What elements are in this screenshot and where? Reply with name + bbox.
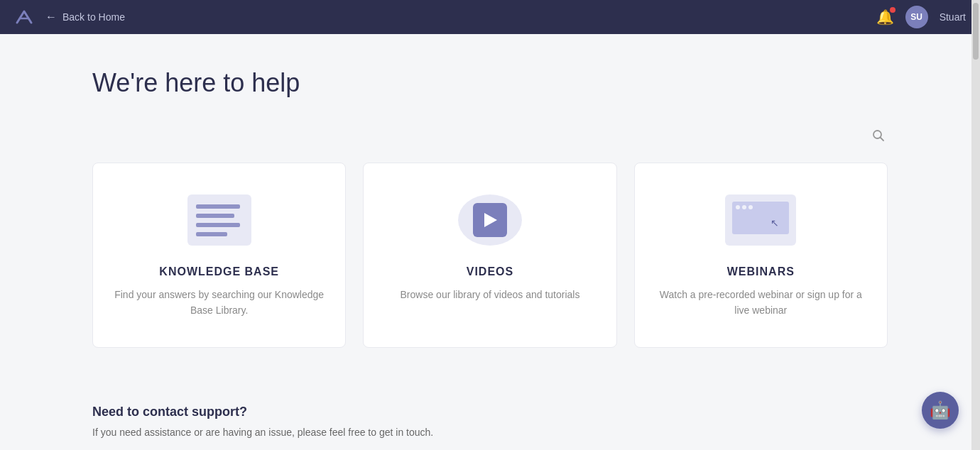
webinars-icon: ↖ <box>722 192 800 248</box>
logo <box>14 7 34 27</box>
search-row <box>92 126 888 148</box>
webinars-title: WEBINARS <box>727 265 795 278</box>
webinars-icon-wrap: ↖ <box>722 192 800 248</box>
scrollbar[interactable] <box>971 0 980 450</box>
cards-container: KNOWLEDGE BASE Find your answers by sear… <box>92 163 888 348</box>
videos-card[interactable]: VIDEOS Browse our library of videos and … <box>363 163 616 348</box>
back-label: Back to Home <box>62 11 125 23</box>
support-desc: If you need assistance or are having an … <box>92 427 888 438</box>
nav-left: ← Back to Home <box>14 7 125 27</box>
back-to-home-link[interactable]: ← Back to Home <box>45 11 125 23</box>
support-section: Need to contact support? If you need ass… <box>92 390 888 450</box>
chatbot-icon: 🤖 <box>930 400 951 420</box>
svg-line-1 <box>881 138 884 141</box>
search-button[interactable] <box>869 126 888 148</box>
videos-icon-wrap <box>451 192 529 248</box>
main-content: We're here to help <box>64 34 916 450</box>
knowledge-base-title: KNOWLEDGE BASE <box>159 265 279 278</box>
knowledge-base-icon-wrap <box>180 192 258 248</box>
page-title: We're here to help <box>92 68 888 98</box>
chatbot-button[interactable]: 🤖 <box>922 392 959 429</box>
webinars-desc: Watch a pre-recorded webinar or sign up … <box>656 287 866 319</box>
top-navigation: ← Back to Home 🔔 SU Stuart <box>0 0 980 34</box>
notification-badge <box>890 7 895 13</box>
knowledge-base-card[interactable]: KNOWLEDGE BASE Find your answers by sear… <box>92 163 346 348</box>
user-avatar[interactable]: SU <box>905 6 928 28</box>
webinars-card[interactable]: ↖ WEBINARS Watch a pre-recorded webinar … <box>634 163 888 348</box>
knowledge-base-desc: Find your answers by searching our Knowl… <box>114 287 324 319</box>
user-name[interactable]: Stuart <box>940 11 966 23</box>
search-icon <box>872 129 885 142</box>
videos-desc: Browse our library of videos and tutoria… <box>401 287 580 302</box>
nav-right: 🔔 SU Stuart <box>876 6 966 28</box>
videos-icon <box>451 192 529 248</box>
notifications-icon[interactable]: 🔔 <box>876 9 894 26</box>
support-title: Need to contact support? <box>92 405 888 419</box>
knowledge-base-icon <box>180 192 258 248</box>
play-button-icon <box>473 203 507 237</box>
scrollbar-thumb[interactable] <box>973 3 979 60</box>
back-arrow-icon: ← <box>45 11 57 23</box>
videos-title: VIDEOS <box>467 265 513 278</box>
